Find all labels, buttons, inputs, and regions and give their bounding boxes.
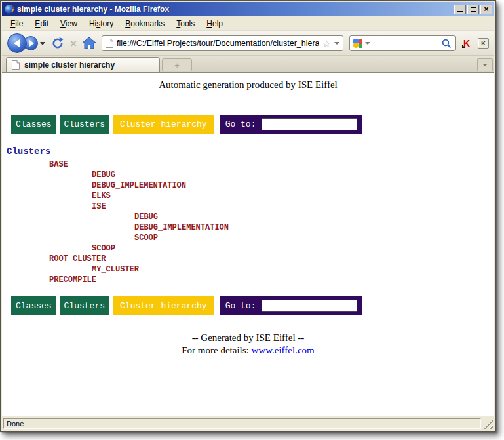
cluster-link[interactable]: BASE [2, 159, 494, 170]
status-text: Done [3, 418, 481, 429]
tab-page-icon [12, 60, 20, 70]
page-navbar-top: Classes Clusters Cluster hierarchy Go to… [11, 115, 494, 134]
close-icon: × [484, 5, 488, 13]
k-key-button[interactable]: K [478, 38, 489, 49]
nav-classes-button[interactable]: Classes [11, 296, 56, 315]
menu-history[interactable]: History [83, 17, 119, 30]
cluster-link[interactable]: SCOOP [2, 243, 494, 254]
menu-bar: FileEditViewHistoryBookmarksToolsHelp [2, 16, 494, 31]
maximize-button[interactable] [467, 5, 479, 14]
nav-cluster-hierarchy-button[interactable]: Cluster hierarchy [113, 115, 214, 134]
nav-cluster-hierarchy-button[interactable]: Cluster hierarchy [113, 296, 214, 315]
minimize-button[interactable] [454, 5, 466, 14]
firefox-icon[interactable] [4, 4, 14, 14]
generated-by-text: -- Generated by ISE Eiffel -- [2, 332, 494, 344]
cluster-link[interactable]: DEBUG_IMPLEMENTATION [2, 180, 494, 191]
tab-list-button[interactable] [477, 58, 493, 71]
tab-list-dropdown-icon [482, 64, 488, 66]
menu-bookmarks[interactable]: Bookmarks [119, 17, 170, 30]
window-title: simple cluster hierarchy - Mozilla Firef… [17, 5, 452, 14]
history-dropdown-icon[interactable] [40, 42, 45, 45]
search-input[interactable] [373, 39, 439, 48]
back-button[interactable] [7, 33, 27, 53]
close-button[interactable]: × [480, 5, 492, 14]
tab-label: simple cluster hierarchy [24, 60, 115, 70]
stop-button[interactable]: × [70, 38, 77, 49]
page-content: Automatic generation produced by ISE Eif… [2, 73, 494, 416]
menu-file[interactable]: File [5, 17, 29, 30]
menu-tools[interactable]: Tools [170, 17, 201, 30]
goto-box: Go to: [220, 115, 362, 134]
cluster-link[interactable]: DEBUG [2, 170, 494, 180]
browser-window: simple cluster hierarchy - Mozilla Firef… [0, 0, 496, 432]
goto-input[interactable] [262, 300, 357, 312]
tab-simple-cluster-hierarchy[interactable]: simple cluster hierarchy [6, 57, 160, 72]
nav-clusters-button[interactable]: Clusters [60, 296, 109, 315]
google-search-engine-icon[interactable] [353, 39, 362, 48]
reload-button[interactable] [51, 37, 64, 50]
new-tab-icon: + [174, 60, 180, 70]
page-icon [106, 39, 113, 48]
cluster-link[interactable]: ROOT_CLUSTER [2, 254, 494, 264]
search-magnifier-icon[interactable] [442, 39, 452, 49]
page-navbar-bottom: Classes Clusters Cluster hierarchy Go to… [11, 296, 494, 315]
goto-label: Go to: [225, 119, 256, 129]
title-bar[interactable]: simple cluster hierarchy - Mozilla Firef… [2, 2, 494, 16]
cluster-tree: BASEDEBUGDEBUG_IMPLEMENTATIONELKSISEDEBU… [2, 159, 494, 285]
cluster-link[interactable]: PRECOMPILE [2, 275, 494, 285]
cluster-link[interactable]: SCOOP [2, 233, 494, 243]
nav-clusters-button[interactable]: Clusters [60, 115, 109, 134]
clusters-heading: Clusters [7, 146, 494, 157]
goto-box: Go to: [220, 296, 362, 315]
resize-grip[interactable] [484, 420, 493, 429]
navigation-toolbar: × ☆ [2, 31, 494, 56]
more-details-text: For more details: www.eiffel.com [2, 345, 494, 356]
cluster-link[interactable]: DEBUG [2, 212, 494, 222]
minimize-icon [457, 10, 463, 12]
cluster-link[interactable]: ISE [2, 201, 494, 212]
address-dropdown-icon[interactable] [334, 42, 339, 45]
cluster-link[interactable]: ELKS [2, 191, 494, 201]
cluster-link[interactable]: MY_CLUSTER [2, 264, 494, 275]
page-header-text: Automatic generation produced by ISE Eif… [2, 79, 494, 90]
status-bar: Done [2, 416, 494, 430]
address-bar[interactable]: ☆ [102, 35, 343, 51]
eiffel-com-link[interactable]: www.eiffel.com [252, 345, 315, 355]
address-input[interactable] [117, 39, 319, 48]
bookmark-star-icon[interactable]: ☆ [322, 39, 331, 49]
goto-label: Go to: [225, 301, 256, 311]
home-button[interactable] [83, 37, 96, 49]
goto-input[interactable] [262, 118, 357, 130]
menu-edit[interactable]: Edit [29, 17, 54, 30]
search-box[interactable] [349, 35, 456, 51]
search-engine-dropdown-icon[interactable] [365, 42, 370, 45]
menu-help[interactable]: Help [201, 17, 229, 30]
kaspersky-icon[interactable]: K [461, 38, 472, 49]
maximize-icon [471, 7, 476, 12]
new-tab-button[interactable]: + [162, 58, 192, 71]
forward-arrow-icon [29, 40, 34, 47]
back-arrow-icon [14, 39, 20, 47]
menu-view[interactable]: View [54, 17, 83, 30]
tab-bar: simple cluster hierarchy + [2, 56, 494, 73]
nav-classes-button[interactable]: Classes [11, 115, 56, 134]
cluster-link[interactable]: DEBUG_IMPLEMENTATION [2, 222, 494, 233]
